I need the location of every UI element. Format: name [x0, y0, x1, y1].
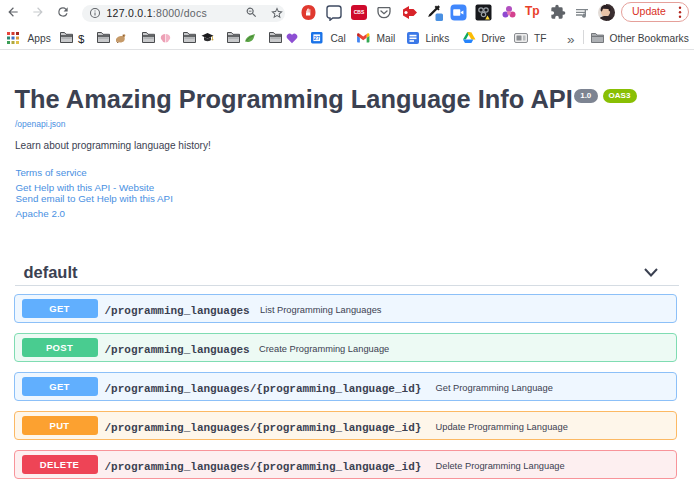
svg-text:27: 27: [314, 35, 320, 41]
